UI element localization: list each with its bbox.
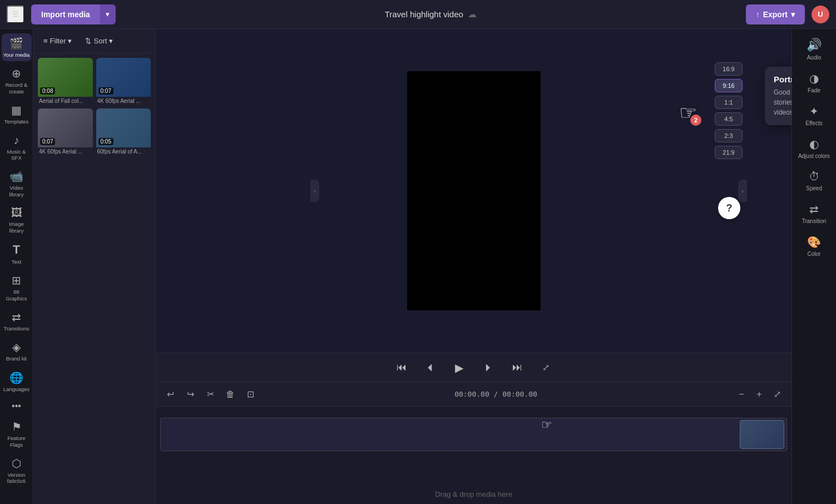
right-tool-label: Audio <box>807 55 822 61</box>
right-tool-label: Transition <box>802 218 827 224</box>
filter-label: Filter <box>50 37 66 45</box>
templates-icon: ▦ <box>11 103 22 117</box>
filter-icon: ≡ <box>43 37 48 45</box>
topbar: ☰ Import media ▾ Travel highlight video … <box>0 0 836 29</box>
zoom-in-button[interactable]: + <box>751 387 767 402</box>
aspect-ratio-1-1[interactable]: 1:1 <box>715 96 743 109</box>
media-name: 60fps Aerial of A... <box>96 147 151 156</box>
export-chevron-icon: ▾ <box>791 10 795 19</box>
sidebar-item-label: Video library <box>3 185 31 197</box>
zoom-fit-button[interactable]: ⤢ <box>769 387 785 402</box>
filter-button[interactable]: ≡ Filter ▾ <box>39 34 76 47</box>
play-button[interactable]: ▶ <box>451 359 468 377</box>
feature-flags-icon: ⚑ <box>12 420 22 433</box>
cut-button[interactable]: ✂ <box>202 387 218 402</box>
brand-kit-icon: ◈ <box>12 340 21 354</box>
aspect-ratio-16-9[interactable]: 16:9 <box>715 62 743 76</box>
right-tool-audio[interactable]: 🔊 Audio <box>795 33 834 65</box>
help-button[interactable]: ? <box>718 197 740 219</box>
sidebar-item-image-library[interactable]: 🖼 Image library <box>2 203 32 237</box>
aspect-ratio-2-3[interactable]: 2:3 <box>715 129 743 142</box>
effects-icon: ✦ <box>809 105 819 118</box>
right-tool-fade[interactable]: ◑ Fade <box>795 67 834 98</box>
list-item[interactable]: 0:07 4K 60fps Aerial ... <box>38 108 93 156</box>
sort-label: Sort <box>93 37 107 45</box>
menu-button[interactable]: ☰ <box>7 6 24 23</box>
right-panel-collapse-handle[interactable]: › <box>738 180 747 202</box>
current-time: 00:00.00 <box>454 390 489 398</box>
sidebar-item-version[interactable]: ⬡ Versionfa9c5c6 <box>2 453 32 488</box>
sidebar-item-languages[interactable]: 🌐 Languages <box>2 368 32 396</box>
fullscreen-button[interactable]: ⤢ <box>537 359 555 377</box>
filter-chevron-icon: ▾ <box>68 37 72 45</box>
sidebar-item-transitions[interactable]: ⇄ Transitions <box>2 307 32 335</box>
project-title: Travel highlight video ☁ <box>122 9 739 19</box>
aspect-ratio-4-5[interactable]: 4:5 <box>715 112 743 126</box>
right-tool-speed[interactable]: ⏱ Speed <box>795 166 834 196</box>
import-media-dropdown-button[interactable]: ▾ <box>100 4 116 24</box>
version-icon: ⬡ <box>12 457 21 470</box>
list-item[interactable]: 0:08 Aerial of Fall col... <box>38 58 93 105</box>
image-library-icon: 🖼 <box>11 206 22 219</box>
export-button[interactable]: ↑ Export ▾ <box>746 4 805 24</box>
list-item[interactable]: 0:07 4K 60fps Aerial ... <box>96 58 151 105</box>
sidebar-item-more[interactable]: ••• <box>2 398 32 414</box>
sidebar-item-record-create[interactable]: ⊕ Record &create <box>2 63 32 98</box>
skip-to-start-button[interactable]: ⏮ <box>393 359 410 377</box>
right-tool-label: Adjust colors <box>798 153 830 159</box>
right-tool-effects[interactable]: ✦ Effects <box>795 100 834 131</box>
timeline-content[interactable]: Drag & drop media here ☞ <box>156 407 792 504</box>
adjust-colors-icon: ◐ <box>809 137 819 151</box>
sidebar-item-label: Record &create <box>6 82 28 95</box>
playback-controls: ⏮ ⏴ ▶ ⏵ ⏭ ⤢ <box>156 353 792 382</box>
step-forward-button[interactable]: ⏵ <box>479 359 497 377</box>
sidebar-item-your-media[interactable]: 🎬 Your media <box>2 33 32 61</box>
media-thumbnail: 0:05 <box>96 108 151 147</box>
right-tool-label: Fade <box>808 87 820 93</box>
sidebar-item-video-library[interactable]: 📹 Video library <box>2 166 32 201</box>
timeline-toolbar: ↩ ↪ ✂ 🗑 ⊡ 00:00.00 / 00:00.00 − + ⤢ <box>156 382 792 407</box>
right-tool-transition[interactable]: ⇄ Transition <box>795 198 834 229</box>
audio-icon: 🔊 <box>807 38 822 52</box>
center-column: ‹ 16:9 9:16 1:1 4:5 2:3 21:9 Portrait Go… <box>156 29 792 504</box>
media-thumbnail: 0:07 <box>96 58 151 97</box>
import-media-button[interactable]: Import media <box>31 4 100 24</box>
sort-button[interactable]: ⇅ Sort ▾ <box>81 34 117 47</box>
aspect-ratio-9-16[interactable]: 9:16 <box>715 79 743 92</box>
graphics-icon: ⊞ <box>12 274 21 287</box>
step-back-button[interactable]: ⏴ <box>422 359 439 377</box>
sidebar-item-brand-kit[interactable]: ◈ Brand kit <box>2 337 32 365</box>
sidebar-item-label: Text <box>12 259 21 265</box>
sidebar-item-label: Templates <box>4 118 28 125</box>
text-icon: T <box>13 243 20 257</box>
sidebar-item-feature-flags[interactable]: ⚑ Feature Flags <box>2 417 32 451</box>
undo-button[interactable]: ↩ <box>162 387 178 402</box>
sidebar-item-templates[interactable]: ▦ Templates <box>2 100 32 128</box>
redo-button[interactable]: ↪ <box>182 387 198 402</box>
sidebar-item-music-sfx[interactable]: ♪ Music & SFX <box>2 131 32 165</box>
right-tool-color[interactable]: 🎨 Color <box>795 231 834 261</box>
sidebar-item-text[interactable]: T Text <box>2 239 32 268</box>
left-panel-collapse-handle[interactable]: ‹ <box>310 180 319 202</box>
duplicate-button[interactable]: ⊡ <box>243 387 258 402</box>
zoom-out-button[interactable]: − <box>734 387 749 402</box>
sidebar-item-label: Brand kit <box>6 355 27 362</box>
skip-to-end-button[interactable]: ⏭ <box>508 359 526 377</box>
time-separator: / <box>494 390 503 398</box>
cloud-save-icon: ☁ <box>468 9 477 19</box>
duration-badge: 0:07 <box>98 87 113 95</box>
sidebar-item-label: Music & SFX <box>3 149 31 161</box>
right-tool-adjust-colors[interactable]: ◐ Adjust colors <box>795 133 834 164</box>
list-item[interactable]: 0:05 60fps Aerial of A... <box>96 108 151 156</box>
delete-button[interactable]: 🗑 <box>222 387 238 402</box>
canvas-view: ‹ 16:9 9:16 1:1 4:5 2:3 21:9 Portrait Go… <box>156 29 792 353</box>
duration-badge: 0:07 <box>40 138 55 145</box>
media-grid: 0:08 Aerial of Fall col... 0:07 4K 60fps… <box>33 53 155 160</box>
avatar[interactable]: U <box>812 6 829 23</box>
sidebar-item-graphics[interactable]: ⊞ 88 Graphics <box>2 270 32 305</box>
aspect-ratio-21-9[interactable]: 21:9 <box>715 146 743 159</box>
aspect-ratio-panel: 16:9 9:16 1:1 4:5 2:3 21:9 <box>715 62 743 159</box>
portrait-popup-description: Good for Instagram stories, IGTV and mob… <box>774 87 792 117</box>
hand-cursor-icon: ☞ <box>679 101 697 124</box>
badge-counter: 2 <box>690 115 701 126</box>
